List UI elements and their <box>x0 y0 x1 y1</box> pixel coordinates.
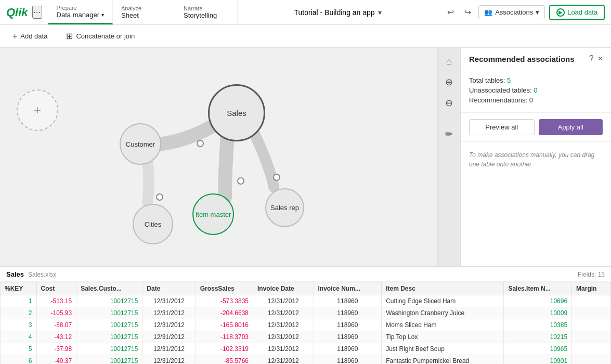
cell-item-desc: Just Right Beef Soup <box>382 343 504 355</box>
stat-unassociated: Unassociated tables: 0 <box>469 86 603 94</box>
cell-customer: 10012715 <box>76 295 142 307</box>
node-sales-label: Sales <box>227 109 246 118</box>
cell-inv-date: 12/31/2012 <box>253 307 314 319</box>
nav-section-prepare[interactable]: Prepare Data manager ▾ <box>48 0 113 24</box>
cell-margin <box>572 307 611 319</box>
nav-app-title: Tutorial - Building an app ▾ <box>238 0 438 24</box>
cell-date: 12/31/2012 <box>142 331 196 343</box>
stat-rec-value: 0 <box>529 96 533 104</box>
panel-header-icons: ? × <box>589 54 603 63</box>
cell-customer: 10012715 <box>76 331 142 343</box>
associations-chevron-icon: ▾ <box>536 8 539 16</box>
panel-title: Recommended associations <box>469 55 575 63</box>
nav-section-analyze[interactable]: Analyze Sheet <box>113 0 175 24</box>
cell-date: 12/31/2012 <box>142 319 196 331</box>
node-sales-rep-label: Sales rep <box>270 204 299 212</box>
cell-key: 4 <box>1 331 37 343</box>
col-item-desc: Item Desc <box>382 282 504 295</box>
col-inv-num: Invoice Num... <box>314 282 382 295</box>
cell-gross: -204.6638 <box>196 307 253 319</box>
cell-cost: -37.98 <box>36 343 76 355</box>
cell-inv-date: 12/31/2012 <box>253 295 314 307</box>
nav-logo: Qlik ··· <box>0 0 48 24</box>
col-key: %KEY <box>1 282 37 295</box>
middle-row: + Sales Customer Item master Sales rep C… <box>0 48 611 266</box>
panel-stats: Total tables: 5 Unassociated tables: 0 R… <box>461 70 611 113</box>
cell-inv-num: 118960 <box>314 343 382 355</box>
cell-gross: -118.3703 <box>196 331 253 343</box>
cell-key: 1 <box>1 295 37 307</box>
panel-close-button[interactable]: × <box>598 54 603 63</box>
node-sales[interactable]: Sales <box>208 84 265 141</box>
cell-inv-num: 118960 <box>314 319 382 331</box>
node-cities-label: Cities <box>145 220 162 228</box>
undo-button[interactable]: ↩ <box>444 5 457 19</box>
apply-all-button[interactable]: Apply all <box>539 119 603 135</box>
cell-inv-num: 118960 <box>314 331 382 343</box>
zoom-out-button[interactable]: ⊖ <box>440 94 459 112</box>
cell-customer: 10012715 <box>76 355 142 365</box>
cell-inv-num: 118960 <box>314 355 382 365</box>
redo-button[interactable]: ↪ <box>461 5 474 19</box>
concat-label: Concatenate or join <box>76 32 135 40</box>
preview-table-name: Sales <box>6 270 24 278</box>
cell-item-desc: Washington Cranberry Juice <box>382 307 504 319</box>
cell-item-num: 10901 <box>504 355 572 365</box>
cell-cost: -105.93 <box>36 307 76 319</box>
prepare-chevron-icon: ▾ <box>101 12 104 18</box>
cell-inv-date: 12/31/2012 <box>253 319 314 331</box>
load-data-icon: ▶ <box>556 8 565 17</box>
cell-margin <box>572 319 611 331</box>
cell-inv-date: 12/31/2012 <box>253 343 314 355</box>
load-data-button[interactable]: ▶ Load data <box>549 5 605 20</box>
cell-item-num: 10965 <box>504 343 572 355</box>
cell-gross: -102.3319 <box>196 343 253 355</box>
side-toolbar: ⌂ ⊕ ⊖ ✏ <box>437 48 460 266</box>
table-row: 2 -105.93 10012715 12/31/2012 -204.6638 … <box>1 307 611 319</box>
col-item-num: Sales.Item N... <box>504 282 572 295</box>
preview-header: Sales Sales.xlsx Fields: 15 <box>0 267 611 282</box>
home-view-button[interactable]: ⌂ <box>440 52 459 71</box>
node-customer[interactable]: Customer <box>120 123 161 165</box>
node-cities[interactable]: Cities <box>133 204 173 244</box>
add-table-button[interactable]: + <box>17 89 58 131</box>
cell-date: 12/31/2012 <box>142 295 196 307</box>
nav-dots-button[interactable]: ··· <box>32 6 42 19</box>
cell-date: 12/31/2012 <box>142 343 196 355</box>
cell-cost: -513.15 <box>36 295 76 307</box>
concatenate-join-button[interactable]: ⊞ Concatenate or join <box>62 29 139 43</box>
cell-item-desc: Fantastic Pumpernickel Bread <box>382 355 504 365</box>
preview-table: %KEY Cost Sales.Custo... Date GrossSales… <box>0 282 611 364</box>
connector-dot-1 <box>197 140 204 147</box>
nav-narrate-main: Storytelling <box>184 11 229 19</box>
cell-item-num: 10009 <box>504 307 572 319</box>
cell-key: 3 <box>1 319 37 331</box>
preview-all-button[interactable]: Preview all <box>469 119 535 135</box>
cell-inv-date: 12/31/2012 <box>253 355 314 365</box>
nav-section-narrate[interactable]: Narrate Storytelling <box>175 0 238 24</box>
panel-actions: Preview all Apply all <box>461 113 611 142</box>
edit-mode-button[interactable]: ✏ <box>440 125 459 144</box>
cell-gross: -573.3835 <box>196 295 253 307</box>
concat-icon: ⊞ <box>66 31 73 41</box>
cell-item-desc: Tip Top Lox <box>382 331 504 343</box>
nav-prepare-label: Prepare <box>57 5 104 11</box>
nav-prepare-main: Data manager ▾ <box>57 11 104 19</box>
panel-note: To make associations manually, you can d… <box>461 142 611 266</box>
cell-date: 12/31/2012 <box>142 355 196 365</box>
panel-help-button[interactable]: ? <box>589 54 594 63</box>
cell-customer: 10012715 <box>76 307 142 319</box>
associations-button[interactable]: 👥 Associations ▾ <box>478 5 545 19</box>
add-data-button[interactable]: + Add data <box>8 30 51 43</box>
cell-item-num: 10215 <box>504 331 572 343</box>
associations-label: Associations <box>495 8 533 16</box>
node-sales-rep[interactable]: Sales rep <box>265 188 304 227</box>
preview-table-wrap[interactable]: %KEY Cost Sales.Custo... Date GrossSales… <box>0 282 611 364</box>
stat-total-value: 5 <box>507 76 511 84</box>
connector-dot-4 <box>156 193 163 201</box>
node-item-master[interactable]: Item master <box>192 193 234 235</box>
zoom-in-button[interactable]: ⊕ <box>440 73 459 92</box>
diagram-canvas[interactable]: + Sales Customer Item master Sales rep C… <box>0 48 437 266</box>
cell-cost: -88.07 <box>36 319 76 331</box>
qlik-logo: Qlik <box>6 6 28 19</box>
